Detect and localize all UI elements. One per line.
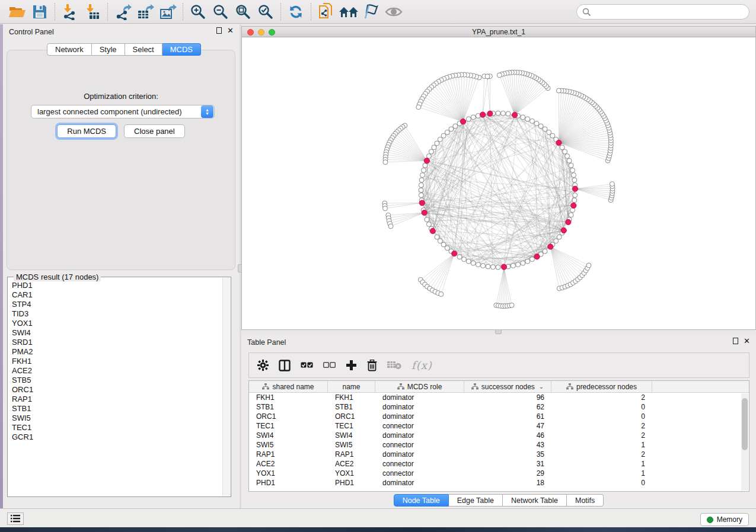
open-file-icon[interactable] (6, 2, 28, 22)
network-node[interactable] (419, 193, 423, 198)
table-cell[interactable]: SWI4 (249, 431, 328, 440)
export-table-icon[interactable] (134, 2, 157, 22)
column-header-mcds-role[interactable]: MCDS role (375, 381, 464, 392)
table-cell[interactable]: dominator (375, 402, 464, 412)
tab-network-table[interactable]: Network Table (503, 494, 567, 507)
mcds-hub-node[interactable] (419, 200, 425, 206)
table-cell[interactable]: 0 (551, 412, 652, 421)
network-node[interactable] (419, 178, 424, 182)
network-node[interactable] (572, 198, 577, 203)
mcds-hub-node[interactable] (430, 228, 435, 233)
zoom-in-icon[interactable] (187, 2, 209, 22)
search-input[interactable] (591, 7, 744, 17)
mcds-hub-node[interactable] (566, 219, 571, 225)
mcds-result-item[interactable]: STB1 (12, 404, 219, 414)
network-node[interactable] (610, 182, 614, 187)
network-node[interactable] (521, 261, 525, 265)
table-cell[interactable]: 1 (551, 440, 652, 450)
network-node[interactable] (569, 213, 573, 217)
table-cell[interactable]: ACE2 (249, 459, 328, 469)
table-cell[interactable]: RAP1 (249, 450, 328, 459)
minimize-window-icon[interactable] (258, 29, 264, 36)
network-node[interactable] (550, 133, 555, 138)
table-cell[interactable]: dominator (375, 431, 464, 440)
network-node[interactable] (383, 160, 388, 165)
mcds-hub-node[interactable] (512, 113, 518, 118)
network-node[interactable] (420, 173, 425, 178)
network-node[interactable] (481, 264, 486, 268)
table-cell[interactable]: FKH1 (328, 393, 375, 402)
network-node[interactable] (586, 263, 591, 268)
network-node[interactable] (530, 257, 535, 262)
mcds-result-item[interactable]: STB5 (12, 376, 219, 385)
network-node[interactable] (538, 124, 543, 129)
network-node[interactable] (383, 206, 388, 211)
table-cell[interactable]: ORC1 (328, 412, 375, 421)
network-node[interactable] (572, 173, 576, 178)
export-network-icon[interactable] (111, 2, 134, 22)
mcds-hub-node[interactable] (460, 119, 465, 124)
import-network-icon[interactable] (59, 2, 81, 22)
mcds-result-item[interactable]: GCR1 (12, 432, 219, 442)
mcds-hub-node[interactable] (487, 111, 493, 116)
network-node[interactable] (572, 178, 577, 182)
network-node[interactable] (438, 239, 442, 243)
tab-style[interactable]: Style (92, 43, 125, 56)
table-cell[interactable]: STB1 (328, 402, 375, 412)
close-panel-icon[interactable]: ✕ (227, 27, 234, 34)
task-history-button[interactable] (7, 512, 24, 525)
table-cell[interactable]: PHD1 (249, 478, 328, 488)
network-node[interactable] (563, 149, 567, 154)
mcds-result-item[interactable]: PHD1 (12, 281, 219, 290)
run-mcds-button[interactable]: Run MCDS (57, 124, 116, 138)
mcds-result-item[interactable]: ORC1 (12, 385, 219, 395)
mcds-result-item[interactable]: SWI4 (12, 328, 219, 338)
close-panel-button[interactable]: Close panel (124, 124, 185, 138)
network-node[interactable] (565, 154, 570, 159)
network-node[interactable] (432, 145, 436, 150)
float-panel-icon[interactable] (216, 27, 222, 34)
table-cell[interactable]: 29 (464, 469, 551, 478)
network-node[interactable] (439, 292, 444, 297)
mcds-hub-node[interactable] (534, 254, 540, 259)
mcds-result-item[interactable]: SWI5 (12, 414, 219, 423)
network-node[interactable] (425, 217, 429, 222)
network-node[interactable] (525, 259, 530, 264)
zoom-selected-icon[interactable] (254, 2, 277, 22)
table-cell[interactable]: 0 (551, 478, 652, 488)
mcds-result-item[interactable]: RAP1 (12, 395, 219, 404)
criterion-select[interactable]: largest connected component (undirected)… (31, 105, 215, 118)
mcds-hub-node[interactable] (501, 264, 506, 270)
split-view-icon[interactable] (279, 360, 291, 371)
close-panel-icon[interactable]: ✕ (744, 338, 750, 344)
network-node[interactable] (471, 261, 476, 265)
save-session-icon[interactable] (28, 2, 51, 22)
tab-motifs[interactable]: Motifs (567, 494, 604, 507)
table-cell[interactable]: 2 (551, 431, 652, 440)
table-cell[interactable]: TEC1 (249, 421, 328, 431)
table-cell[interactable]: dominator (375, 412, 464, 421)
table-cell[interactable]: PHD1 (328, 478, 375, 488)
table-cell[interactable]: 35 (464, 450, 551, 459)
mcds-hub-node[interactable] (480, 112, 486, 117)
mcds-result-scrollbar[interactable] (222, 278, 230, 496)
mcds-hub-node[interactable] (452, 251, 457, 256)
table-cell[interactable]: connector (375, 469, 464, 478)
network-node[interactable] (438, 137, 442, 142)
network-node[interactable] (476, 262, 480, 267)
mcds-hub-node[interactable] (556, 140, 562, 145)
first-neighbors-icon[interactable] (337, 2, 360, 22)
table-cell[interactable]: 62 (464, 402, 551, 412)
export-image-icon[interactable] (157, 2, 179, 22)
table-cell[interactable]: 46 (464, 431, 551, 440)
network-node[interactable] (466, 117, 471, 121)
table-row[interactable]: TEC1TEC1connector472 (249, 421, 749, 431)
tab-mcds[interactable]: MCDS (162, 43, 201, 56)
mcds-result-item[interactable]: CAR1 (12, 290, 219, 300)
close-window-icon[interactable] (247, 29, 254, 36)
network-node[interactable] (462, 257, 467, 262)
network-node[interactable] (491, 265, 496, 270)
network-node[interactable] (416, 105, 421, 110)
tab-node-table[interactable]: Node Table (394, 494, 449, 507)
search-box[interactable] (576, 4, 749, 20)
